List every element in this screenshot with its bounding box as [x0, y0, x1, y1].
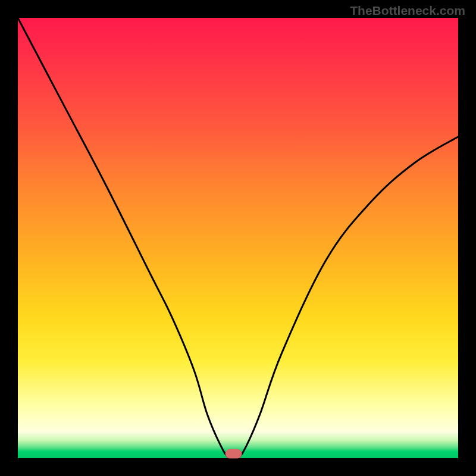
chart-frame: TheBottleneck.com	[0, 0, 476, 476]
optimal-marker	[226, 449, 242, 459]
bottleneck-curve-path	[18, 18, 458, 460]
watermark-text: TheBottleneck.com	[350, 4, 465, 18]
plot-area	[18, 18, 458, 458]
chart-svg	[18, 18, 458, 458]
